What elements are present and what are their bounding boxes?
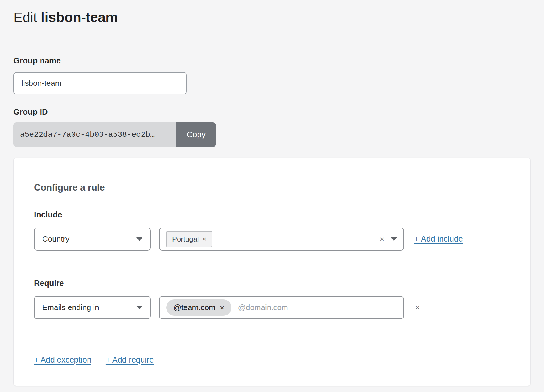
require-selector-dropdown[interactable]: Emails ending in [34,296,151,319]
require-value-input[interactable]: @team.com × [159,296,404,319]
edit-group-page: Editlisbon-team Group name Group ID a5e2… [0,0,544,386]
include-value-multiselect[interactable]: Portugal × × [159,228,404,251]
copy-button[interactable]: Copy [176,122,216,147]
group-id-value: a5e22da7-7a0c-4b03-a538-ec2b… [13,122,176,147]
chevron-down-icon [136,237,142,241]
group-name-input[interactable] [13,72,187,94]
chevron-down-icon [391,237,397,241]
rule-actions: + Add exception + Add require [34,355,510,365]
add-require-link[interactable]: + Add require [106,355,154,365]
page-title-group-name: lisbon-team [41,9,118,25]
require-tag-label: @team.com [173,303,215,312]
remove-tag-icon[interactable]: × [220,304,224,311]
require-selector-value: Emails ending in [42,303,99,312]
require-tag: @team.com × [166,299,231,316]
rule-card: Configure a rule Include Country Portuga… [13,158,531,386]
chevron-down-icon [136,306,142,309]
add-include-link[interactable]: + Add include [414,234,463,244]
include-label: Include [34,210,510,220]
require-label: Require [34,279,510,288]
require-email-input[interactable] [238,303,397,312]
include-selector-value: Country [42,234,69,244]
rule-card-heading: Configure a rule [34,182,510,193]
group-name-label: Group name [13,56,531,66]
remove-tag-icon[interactable]: × [202,236,206,242]
include-tag: Portugal × [166,231,212,247]
page-title: Editlisbon-team [13,9,531,25]
remove-require-rule-icon[interactable]: × [415,303,420,312]
page-title-prefix: Edit [13,9,37,25]
group-id-label: Group ID [13,108,531,117]
add-exception-link[interactable]: + Add exception [34,355,91,365]
include-selector-dropdown[interactable]: Country [34,228,151,251]
clear-selection-icon[interactable]: × [380,235,384,243]
include-tag-label: Portugal [172,235,199,243]
include-rule-row: Country Portugal × × + Add include [34,228,510,251]
group-id-field: a5e22da7-7a0c-4b03-a538-ec2b… Copy [13,122,216,147]
require-rule-row: Emails ending in @team.com × × [34,296,510,319]
